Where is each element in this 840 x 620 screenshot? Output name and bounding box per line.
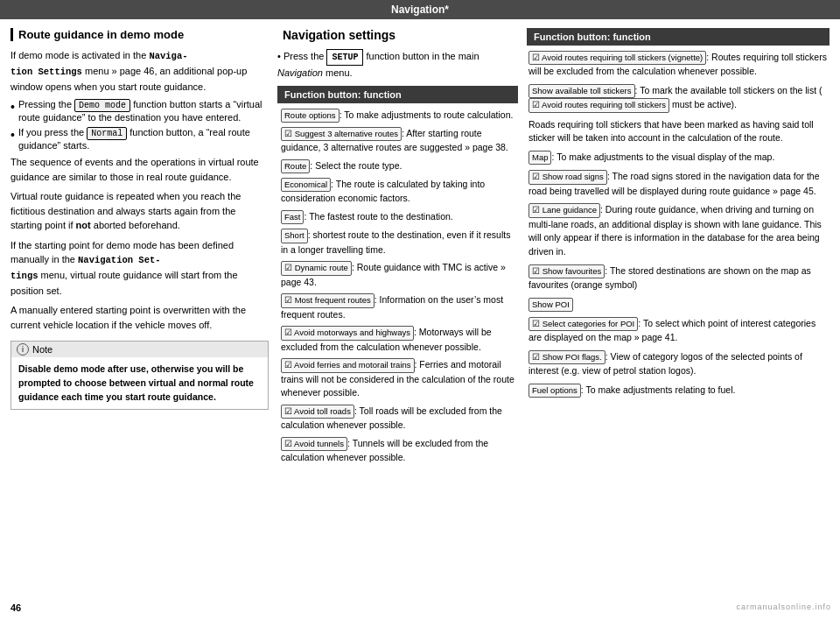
mid-column: Navigation settings • Press the SETUP fu… (277, 28, 518, 469)
left-para-manually: A manually entered starting point is ove… (10, 303, 269, 332)
func-item-suggest: ☑ Suggest 3 alternative routes: After st… (277, 127, 518, 155)
nav-set-bold: Navigation Set-tings (10, 255, 161, 281)
func-item-short: Short: shortest route to the destination… (277, 229, 518, 257)
normal-btn: Normal (87, 127, 127, 140)
tag-show-poi: Show POI (528, 298, 573, 312)
mid-func-header: Function button: function (277, 86, 518, 103)
note-header: i Note (11, 342, 268, 357)
tag-poi-flags: ☑ Show POI flags. (528, 350, 606, 364)
watermark: carmanualsonline.info (736, 602, 831, 611)
tag-toll-roads: ☑ Avoid toll roads (281, 405, 354, 419)
left-section-title: Route guidance in demo mode (10, 28, 269, 41)
func-item-toll-roads: ☑ Avoid toll roads: Toll roads will be e… (277, 405, 518, 433)
right-item-show-toll: Show available toll stickers: To mark th… (527, 84, 830, 113)
tag-dynamic: ☑ Dynamic route (281, 261, 352, 275)
right-item-road-signs: ☑ Show road signs: The road signs stored… (527, 170, 830, 198)
demo-mode-btn: Demo mode (74, 99, 130, 112)
bullet-item-1: • Pressing the Demo mode function button… (10, 99, 269, 123)
right-item-show-poi: Show POI (527, 298, 830, 312)
setup-btn: SETUP (326, 49, 363, 66)
tag-lane: ☑ Lane guidance (528, 203, 600, 217)
tag-frequent: ☑ Most frequent routes (281, 293, 374, 307)
bullet-dot-2: • (10, 127, 15, 143)
tag-route: Route (281, 159, 310, 173)
page-content: Route guidance in demo mode If demo mode… (0, 19, 840, 478)
right-item-lane: ☑ Lane guidance: During route guidance, … (527, 203, 830, 259)
tag-avoid-req: ☑ Avoid routes requiring toll stickers (528, 98, 669, 112)
mid-section-title: Navigation settings (277, 28, 518, 42)
tag-show-toll: Show available toll stickers (528, 84, 635, 98)
tag-fuel: Fuel options (528, 384, 581, 398)
tag-motorways: ☑ Avoid motorways and highways (281, 326, 414, 340)
func-item-fast: Fast: The fastest route to the destinati… (277, 210, 518, 224)
mid-intro: • Press the SETUP function button in the… (277, 49, 518, 81)
bullet-item-2: • If you press the Normal function butto… (10, 127, 269, 151)
tag-route-options: Route options (281, 109, 340, 123)
left-para-seq: The sequence of events and the operation… (10, 155, 269, 184)
note-body: Disable demo mode after use, otherwise y… (11, 357, 268, 409)
right-item-poi-flags: ☑ Show POI flags.: View of category logo… (527, 350, 830, 378)
func-item-route: Route: Select the route type. (277, 159, 518, 173)
tag-economical: Economical (281, 178, 331, 192)
bullet-text-1: Pressing the Demo mode function button s… (18, 99, 269, 123)
func-item-route-options: Route options: To make adjustments to ro… (277, 109, 518, 123)
func-item-motorways: ☑ Avoid motorways and highways: Motorway… (277, 326, 518, 354)
right-item-select-poi: ☑ Select categories for POI: To select w… (527, 317, 830, 345)
page-wrapper: Navigation* Route guidance in demo mode … (0, 0, 840, 620)
tag-favourites: ☑ Show favourites (528, 264, 605, 278)
right-column: Function button: function ☑ Avoid routes… (527, 28, 830, 469)
tag-vignette: ☑ Avoid routes requiring toll stickers (… (528, 51, 706, 65)
note-icon: i (17, 343, 29, 356)
tag-short: Short (281, 229, 308, 243)
page-number: 46 (10, 602, 21, 613)
right-item-fuel: Fuel options: To make adjustments relati… (527, 384, 830, 398)
naviga-bold: Naviga-tion Settings (10, 51, 187, 77)
func-item-economical: Economical: The route is calculated by t… (277, 178, 518, 206)
note-box: i Note Disable demo mode after use, othe… (10, 341, 269, 410)
tag-fast: Fast (281, 210, 304, 224)
func-item-tunnels: ☑ Avoid tunnels: Tunnels will be exclude… (277, 437, 518, 465)
right-item-map: Map: To make adjustments to the visual d… (527, 151, 830, 165)
tag-select-poi: ☑ Select categories for POI (528, 317, 638, 331)
bullet-dot-1: • (10, 99, 15, 115)
left-para-virtual: Virtual route guidance is repeated when … (10, 189, 269, 233)
right-func-header: Function button: function (527, 28, 830, 46)
tag-road-signs: ☑ Show road signs (528, 170, 607, 184)
func-item-ferries: ☑ Avoid ferries and motorail trains: Fer… (277, 358, 518, 400)
func-item-dynamic: ☑ Dynamic route: Route guidance with TMC… (277, 261, 518, 289)
right-item-favourites: ☑ Show favourites: The stored destinatio… (527, 264, 830, 292)
header-title: Navigation* (391, 4, 449, 16)
left-para-1: If demo mode is activated in the Naviga-… (10, 48, 269, 94)
tag-map: Map (528, 151, 551, 165)
right-item-roads-note: Roads requiring toll stickers that have … (527, 118, 830, 146)
tag-tunnels: ☑ Avoid tunnels (281, 437, 347, 451)
left-column: Route guidance in demo mode If demo mode… (10, 28, 269, 469)
left-para-starting: If the starting point for demo mode has … (10, 238, 269, 299)
tag-suggest: ☑ Suggest 3 alternative routes (281, 127, 402, 141)
bullet-text-2: If you press the Normal function button,… (18, 127, 269, 151)
tag-ferries: ☑ Avoid ferries and motorail trains (281, 358, 415, 372)
note-label: Note (32, 344, 52, 355)
page-header: Navigation* (0, 0, 840, 19)
right-item-vignette: ☑ Avoid routes requiring toll stickers (… (527, 51, 830, 79)
func-item-frequent: ☑ Most frequent routes: Information on t… (277, 293, 518, 321)
